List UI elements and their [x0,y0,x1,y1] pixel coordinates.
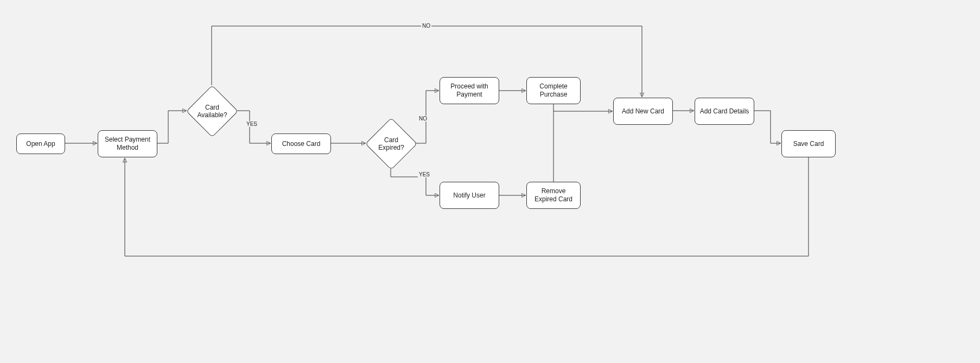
node-remove-expired: Remove Expired Card [526,182,581,209]
node-label: Notify User [453,192,485,200]
node-label: Open App [26,140,55,148]
node-add-card-details: Add Card Details [695,98,754,125]
edge-label-no2: NO [418,116,428,122]
node-label: Save Card [793,140,824,148]
edge-label-no1: NO [421,23,431,29]
node-save-card: Save Card [781,130,836,157]
node-choose-card: Choose Card [271,133,331,154]
node-select-payment: Select Payment Method [98,130,157,157]
node-label: Complete Purchase [530,82,577,99]
node-label: Remove Expired Card [530,187,577,203]
node-label: Add New Card [622,107,664,116]
node-add-new-card: Add New Card [613,98,673,125]
node-proceed-payment: Proceed with Payment [440,77,499,104]
node-card-expired: Card Expired? [365,118,417,170]
edge-label-yes2: YES [418,171,431,177]
node-open-app: Open App [16,133,65,154]
node-label: Choose Card [282,140,321,148]
node-notify-user: Notify User [440,182,499,209]
node-label: Select Payment Method [101,136,154,152]
node-label: Proceed with Payment [443,82,495,99]
node-card-available: Card Available? [186,85,238,137]
node-complete-purchase: Complete Purchase [526,77,581,104]
node-label: Card Expired? [373,126,409,162]
node-label: Add Card Details [700,107,749,116]
edge-label-yes1: YES [245,121,258,127]
node-label: Card Available? [194,93,230,129]
